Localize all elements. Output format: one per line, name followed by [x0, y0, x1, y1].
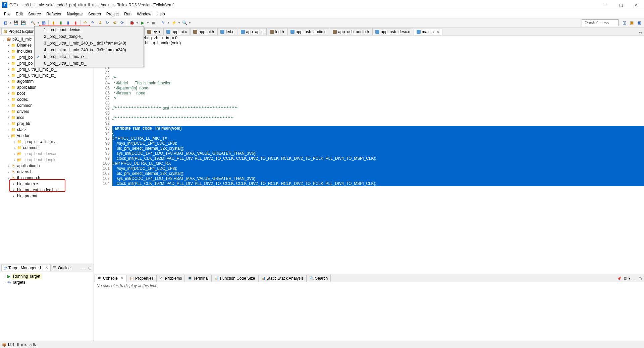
menu-refactor[interactable]: Refactor	[44, 11, 64, 17]
editor-tab[interactable]: app_usb_audio.h	[330, 28, 372, 35]
min-view-icon[interactable]: —	[631, 276, 637, 281]
code-line[interactable]	[112, 61, 644, 66]
code-line[interactable]: //****************************** test **…	[112, 106, 644, 111]
quick-access-input[interactable]	[582, 19, 619, 26]
toggle-4-icon[interactable]: ▮	[72, 19, 79, 26]
code-line[interactable]	[112, 51, 644, 56]
minimize-view-icon[interactable]: —	[81, 265, 86, 271]
tree-item[interactable]: bin_pro_ext_codec.bat	[0, 187, 94, 193]
code-line[interactable]: */	[112, 96, 644, 101]
debug-dropdown-icon[interactable]: ▾	[136, 21, 139, 24]
menu-edit[interactable]: Edit	[13, 11, 25, 17]
search-icon[interactable]: 🔍	[181, 19, 188, 26]
save-all-icon[interactable]: 💾	[20, 19, 26, 26]
tree-item[interactable]: ›_proj_boot_device_	[0, 151, 94, 157]
build-config-item[interactable]: 6 _proj_ultra_ll_mic_tx_	[35, 60, 144, 67]
display-console-icon[interactable]: 🖥	[623, 276, 628, 281]
code-line[interactable]: * @param[in] none	[112, 86, 644, 91]
close-tab-icon[interactable]: ✕	[436, 30, 439, 34]
code-line[interactable]	[112, 66, 644, 71]
code-line[interactable]	[112, 71, 644, 76]
wand-icon[interactable]: ✎	[160, 19, 166, 26]
close-icon[interactable]: ✕	[45, 266, 48, 270]
tree-item[interactable]: ›boot	[0, 90, 94, 96]
code-line-selected[interactable]: //sys_init(DCDC_1P4_LDO_1P8);	[112, 141, 644, 146]
cpp-perspective-icon[interactable]: ▣	[628, 19, 635, 26]
editor-tab[interactable]: main.c✕	[414, 28, 442, 35]
editor-tab[interactable]: app_api.c	[238, 28, 267, 35]
tree-item[interactable]: ›codec	[0, 96, 94, 102]
menu-file[interactable]: File	[1, 11, 13, 17]
menu-window[interactable]: Window	[134, 11, 154, 17]
build-config-item[interactable]: 4 _proj_ultra_ll_mic_240_tx_ (lc3+frame=…	[35, 47, 144, 53]
tree-item[interactable]: ›_proj_boot_dongle_	[0, 157, 94, 163]
new-icon[interactable]: ◧	[2, 19, 8, 26]
editor[interactable]: 7980818283848586878889909192939495969798…	[94, 36, 644, 274]
build-config-dropdown[interactable]: 1 _proj_boot_device_2 _proj_boot_dongle_…	[34, 26, 144, 67]
targets-row[interactable]: › ◎ Targets	[1, 279, 92, 285]
menu-project[interactable]: Project	[104, 11, 121, 17]
tree-item[interactable]: ›common	[0, 102, 94, 109]
code-line-selected[interactable]: clock_init(PLL_CLK_192M, PAD_PLL_DIV, PL…	[112, 156, 644, 161]
code-line[interactable]	[112, 101, 644, 106]
code-line-selected[interactable]: #elif PROJ_ULTRA_LL_MIC_RX	[112, 161, 644, 166]
menu-help[interactable]: Help	[154, 11, 168, 17]
bottom-tab-console[interactable]: 🖥Console✕	[95, 275, 127, 282]
editor-tab[interactable]: app_ui.h	[190, 28, 217, 35]
code-line-selected[interactable]: blc_pm_select_internal_32k_crystal();	[112, 146, 644, 151]
editor-tab[interactable]: led.h	[267, 28, 287, 35]
editor-tab[interactable]: app_ui.c	[163, 28, 190, 35]
run-icon[interactable]: ▶	[139, 19, 146, 26]
build-config-item[interactable]: 1 _proj_boot_device_	[35, 26, 144, 33]
code-line[interactable]: le unsigned int tdebug_zb_bt_irq = 0;	[112, 36, 644, 41]
pin-console-icon[interactable]: 📌	[616, 276, 622, 281]
toggle-3-icon[interactable]: ▮	[65, 19, 71, 26]
project-explorer-tab[interactable]: ⊞ Project Explor	[1, 28, 36, 34]
nav-5-icon[interactable]: ⟲	[111, 19, 118, 26]
editor-tab[interactable]: app_usb_desc.c	[372, 28, 413, 35]
maximize-button[interactable]: ▢	[613, 0, 629, 10]
code-line-selected[interactable]: {	[112, 131, 644, 136]
flash-dropdown-icon[interactable]: ▾	[177, 21, 181, 24]
bottom-tab-search[interactable]: 🔍Search	[307, 275, 331, 282]
code-line-selected[interactable]: //sys_init(DCDC_1P4_LDO_1P8);	[112, 166, 644, 171]
close-button[interactable]: ✕	[629, 0, 644, 10]
close-tab-icon[interactable]: ✕	[120, 276, 124, 281]
build-config-item[interactable]: 3 _proj_ultra_ll_mic_240_rx_ (lc3+frame=…	[35, 40, 144, 47]
tree-item[interactable]: ›proj_lib	[0, 121, 94, 127]
menu-run[interactable]: Run	[121, 11, 134, 17]
toggle-1-icon[interactable]: ▮	[50, 19, 57, 26]
max-view-icon[interactable]: ▢	[637, 276, 643, 281]
code-line-selected[interactable]: sys_init(DCDC_1P4_LDO_1P8,VBAT_MAX_VALUE…	[112, 151, 644, 156]
code-line-selected[interactable]: blc_pm_select_internal_32k_crystal();	[112, 171, 644, 176]
tree-item[interactable]: ›hdrivers.h	[0, 169, 94, 175]
menu-source[interactable]: Source	[25, 11, 44, 17]
editor-tab[interactable]: ey.h	[144, 28, 163, 35]
build-all-icon[interactable]: ▦	[40, 19, 47, 26]
debug-icon[interactable]: 🐞	[128, 19, 135, 26]
tree-item[interactable]: bin_ota.exe	[0, 181, 94, 187]
outline-tab[interactable]: ☰ Outline	[51, 265, 73, 271]
tree-item[interactable]: ›algorithm	[0, 78, 94, 84]
code-line[interactable]: * @brief This is main function	[112, 81, 644, 86]
tree-item[interactable]: ›_proj_ultra_ll_mic_tx_	[0, 72, 94, 78]
stop-icon[interactable]: ◼	[150, 19, 157, 26]
code-line[interactable]: //**************************************…	[112, 116, 644, 121]
editor-tab[interactable]: led.c	[217, 28, 237, 35]
menu-search[interactable]: Search	[86, 11, 104, 17]
tree-item[interactable]: ›htl_common.h	[0, 175, 94, 181]
build-config-item[interactable]: ✓5 _proj_ultra_ll_mic_rx_	[35, 53, 144, 60]
build-config-item[interactable]: 2 _proj_boot_dongle_	[35, 33, 144, 40]
run-dropdown-icon[interactable]: ▾	[146, 21, 150, 24]
bottom-tab-function-code-size[interactable]: 📊Function Code Size	[212, 275, 258, 282]
code-line-selected[interactable]: sys_init(DCDC_1P4_LDO_1P8,VBAT_MAX_VALUE…	[112, 176, 644, 181]
wand-dropdown-icon[interactable]: ▾	[167, 21, 170, 24]
tree-item[interactable]: ›application	[0, 84, 94, 90]
search-dropdown-icon[interactable]: ▾	[188, 21, 192, 24]
save-icon[interactable]: 💾	[12, 19, 19, 26]
code-line[interactable]	[112, 111, 644, 116]
project-tree[interactable]: ⌄b91_ll_mic›Binaries›Includes›_proj_bo›_…	[0, 36, 94, 264]
console-dropdown-icon[interactable]: ▾	[629, 276, 631, 281]
tree-item[interactable]: ›_proj_ultra_ll_mic_rx_	[0, 66, 94, 72]
open-perspective-icon[interactable]: ◫	[621, 19, 628, 26]
